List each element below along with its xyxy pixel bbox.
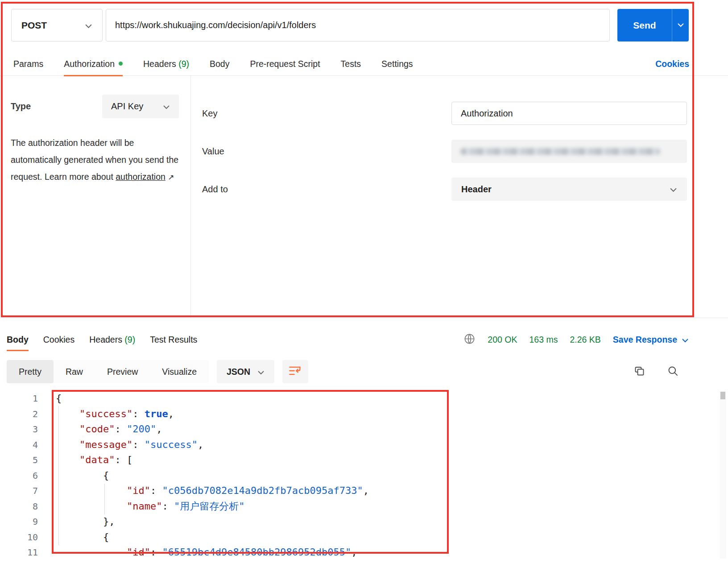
vertical-scrollbar[interactable] xyxy=(720,391,726,559)
code-line: 7 "id": "c056db7082e14a9db2fb7acb095af73… xyxy=(0,483,728,499)
auth-type-value: API Key xyxy=(111,101,143,112)
tab-label: Cookies xyxy=(43,335,74,344)
response-time: 163 ms xyxy=(529,335,558,345)
response-size: 2.26 KB xyxy=(570,335,600,345)
line-number: 6 xyxy=(0,468,38,484)
auth-add-to-select[interactable]: Header xyxy=(451,178,687,201)
redacted-token-value xyxy=(460,148,661,155)
method-select[interactable]: POST xyxy=(11,9,103,41)
code-text: "id": "c056db7082e14a9db2fb7acb095af733"… xyxy=(38,483,369,499)
line-number: 4 xyxy=(0,437,38,453)
tab-settings[interactable]: Settings xyxy=(381,52,413,76)
line-wrap-icon xyxy=(289,365,302,378)
tab-body[interactable]: Body xyxy=(7,327,29,352)
search-icon xyxy=(667,365,679,379)
chevron-down-icon xyxy=(677,22,684,29)
tab-body[interactable]: Body xyxy=(210,52,229,76)
network-globe-icon xyxy=(463,333,476,347)
authorization-panel: Type API Key The authorization header wi… xyxy=(0,76,728,318)
code-line: 11 "id": "65519bc4d9e84580bb2986952db055… xyxy=(0,545,728,559)
request-tabs-row: ParamsAuthorizationHeaders (9)BodyPre-re… xyxy=(0,52,728,76)
page: { "request": { "method": "POST", "url": … xyxy=(0,0,728,576)
code-text: "data": [ xyxy=(38,452,132,468)
tab-count: (9) xyxy=(176,59,189,69)
search-button[interactable] xyxy=(667,365,679,379)
tab-authorization[interactable]: Authorization xyxy=(64,52,123,76)
code-actions xyxy=(633,365,679,379)
tab-label: Headers xyxy=(89,335,122,344)
chevron-down-icon xyxy=(670,184,677,195)
response-header: BodyCookiesHeaders (9)Test Results 200 O… xyxy=(0,327,728,352)
tab-pretty[interactable]: Pretty xyxy=(7,360,54,383)
code-line: 6 { xyxy=(0,468,728,484)
tab-test-results[interactable]: Test Results xyxy=(150,327,197,352)
tab-pre-request-script[interactable]: Pre-request Script xyxy=(250,52,320,76)
tab-visualize[interactable]: Visualize xyxy=(150,360,209,383)
tab-cookies[interactable]: Cookies xyxy=(43,327,74,352)
auth-value-input[interactable] xyxy=(451,140,687,163)
unsaved-changes-dot xyxy=(119,62,123,66)
response-view-bar: PrettyRawPreviewVisualize JSON xyxy=(0,360,728,384)
code-line: 4 "message": "success", xyxy=(0,437,728,453)
authorization-docs-link[interactable]: authorization xyxy=(116,172,165,182)
send-options-button[interactable] xyxy=(672,9,689,41)
line-number: 1 xyxy=(0,391,38,406)
tab-label: Visualize xyxy=(162,367,197,377)
code-text: "message": "success", xyxy=(38,437,203,453)
tab-tests[interactable]: Tests xyxy=(341,52,361,76)
tab-label: Settings xyxy=(381,59,413,69)
code-line: 3 "code": "200", xyxy=(0,422,728,437)
tab-label: Test Results xyxy=(150,335,197,344)
view-tabs: PrettyRawPreviewVisualize xyxy=(7,360,209,383)
line-number: 11 xyxy=(0,545,38,559)
response-tabs: BodyCookiesHeaders (9)Test Results xyxy=(7,327,212,352)
auth-key-input[interactable] xyxy=(451,102,687,125)
method-label: POST xyxy=(21,20,47,31)
tab-label: Headers xyxy=(143,59,176,69)
external-link-arrow-icon: ↗ xyxy=(168,173,174,182)
tab-preview[interactable]: Preview xyxy=(95,360,150,383)
code-text: "id": "65519bc4d9e84580bb2986952db055", xyxy=(38,545,357,559)
line-number: 10 xyxy=(0,530,38,545)
auth-type-label: Type xyxy=(11,101,31,112)
tab-raw[interactable]: Raw xyxy=(54,360,95,383)
chevron-down-icon xyxy=(682,335,689,345)
code-line: 1{ xyxy=(0,391,728,406)
auth-add-to-value: Header xyxy=(461,184,492,195)
tab-label: Body xyxy=(210,59,229,69)
cookies-link[interactable]: Cookies xyxy=(655,59,689,69)
line-number: 7 xyxy=(0,483,38,499)
chevron-down-icon xyxy=(257,367,265,377)
auth-description: The authorization header will be automat… xyxy=(11,134,179,186)
chevron-down-icon xyxy=(163,101,170,112)
code-text: { xyxy=(38,468,109,484)
code-line: 5 "data": [ xyxy=(0,452,728,468)
response-status-group: 200 OK 163 ms 2.26 KB Save Response xyxy=(463,333,689,347)
save-response-button[interactable]: Save Response xyxy=(613,335,689,345)
auth-type-select[interactable]: API Key xyxy=(102,95,179,118)
tab-params[interactable]: Params xyxy=(13,52,43,76)
copy-button[interactable] xyxy=(633,365,645,379)
format-select[interactable]: JSON xyxy=(217,360,274,383)
tab-headers[interactable]: Headers (9) xyxy=(143,52,189,76)
response-body-code: 1{2 "success": true,3 "code": "200",4 "m… xyxy=(0,391,728,559)
code-text: }, xyxy=(38,514,115,530)
request-bar: POST Send xyxy=(11,9,689,41)
code-text: { xyxy=(38,530,109,545)
code-line: 8 "name": "用户留存分析" xyxy=(0,499,728,514)
indent-guide xyxy=(104,484,105,514)
code-text: "name": "用户留存分析" xyxy=(38,499,244,514)
send-button[interactable]: Send xyxy=(617,9,672,41)
send-button-group: Send xyxy=(617,9,689,41)
tab-label: Tests xyxy=(341,59,361,69)
code-line: 9 }, xyxy=(0,514,728,530)
scrollbar-thumb[interactable] xyxy=(720,392,725,399)
status-code: 200 OK xyxy=(488,335,517,345)
line-wrap-button[interactable] xyxy=(282,360,308,383)
tab-label: Preview xyxy=(107,367,138,377)
tab-label: Authorization xyxy=(64,59,115,69)
code-line: 10 { xyxy=(0,530,728,545)
url-input[interactable] xyxy=(106,9,610,41)
tab-headers[interactable]: Headers (9) xyxy=(89,327,135,352)
tab-count: (9) xyxy=(122,335,135,344)
